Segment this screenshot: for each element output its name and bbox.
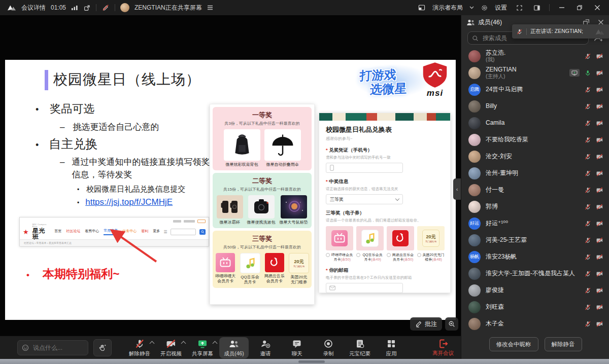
ai-notes-button[interactable]: 元宝纪要 (345, 337, 375, 358)
magnify-button[interactable] (445, 317, 458, 331)
member-row[interactable]: Billy (461, 98, 609, 115)
prize-item-name: 微星便携洗漱包 (247, 220, 276, 225)
prize-tier-title: 三等奖 (215, 234, 309, 243)
member-avatar (468, 50, 481, 62)
quick-chat-input[interactable] (32, 344, 82, 352)
record-button[interactable]: 录制 (314, 337, 343, 358)
camera-off-icon[interactable] (596, 220, 603, 227)
camera-off-icon[interactable] (596, 69, 603, 77)
start-video-button[interactable]: 开启视频 (156, 337, 186, 358)
annotate-button[interactable]: 批注 (410, 317, 442, 331)
member-row[interactable]: 木子金 (461, 315, 609, 332)
camera-off-icon[interactable] (596, 203, 603, 210)
chevron-up-icon[interactable] (150, 341, 155, 346)
mic-muted-icon[interactable] (584, 220, 591, 227)
raise-hand-button[interactable] (93, 339, 112, 356)
camera-off-icon[interactable] (596, 270, 603, 277)
member-name: 好运⁺¹⁰⁰ (486, 220, 579, 227)
member-list: 苏立浩. (我) ZENGTIAN (主持人) (461, 48, 609, 338)
chevron-up-icon[interactable] (213, 341, 218, 346)
close-button[interactable] (592, 2, 603, 13)
prize-select-value: 三等奖 (330, 196, 344, 203)
layout-button[interactable]: 演示者布局 (432, 4, 463, 12)
unmute-mic-button[interactable]: 解除静音 (125, 337, 154, 358)
minimize-button[interactable] (556, 2, 567, 13)
member-row[interactable]: 廖俊捷 (461, 282, 609, 299)
website-brand: 星光班 (32, 228, 51, 240)
members-button[interactable]: 成员(46) (219, 337, 249, 358)
divider (115, 4, 115, 11)
camera-off-icon[interactable] (596, 253, 603, 261)
camera-off-icon[interactable] (596, 237, 603, 244)
mic-muted-icon[interactable] (584, 320, 591, 327)
leave-meeting-button[interactable]: 离开会议 (432, 339, 454, 357)
member-row[interactable]: ZENGTIAN (主持人) (461, 64, 609, 81)
mic-muted-icon[interactable] (584, 203, 591, 210)
maximize-button[interactable] (574, 2, 585, 13)
annotation-disabled-icon[interactable] (101, 4, 110, 12)
member-row[interactable]: 不要给我吃香菜 (461, 131, 609, 148)
share-screen-label: 共享屏幕 (192, 350, 213, 357)
panel-collapse-tab[interactable]: ‹ (453, 178, 461, 200)
mic-muted-icon[interactable] (584, 153, 591, 160)
mic-muted-icon[interactable] (584, 86, 591, 93)
quick-chat-box[interactable] (17, 340, 88, 355)
camera-off-icon[interactable] (596, 187, 603, 194)
member-row[interactable]: 沧州-董坤明 (461, 165, 609, 181)
member-row[interactable]: 沧交-刘安 (461, 148, 609, 165)
mic-muted-icon[interactable] (584, 304, 591, 311)
share-screen-button[interactable]: 共享屏幕 (188, 337, 217, 358)
apps-button[interactable]: 应用 (377, 337, 406, 358)
gift-option-image (326, 226, 353, 250)
camera-off-icon[interactable] (596, 86, 603, 93)
member-row[interactable]: 苏立浩. (我) (461, 48, 609, 64)
camera-off-icon[interactable] (596, 304, 603, 311)
member-row[interactable]: 付一曼 (461, 181, 609, 198)
popout-window-icon[interactable] (83, 4, 91, 12)
record-label: 录制 (323, 350, 334, 357)
invite-button[interactable]: 邀请 (251, 337, 280, 358)
member-avatar (468, 117, 481, 129)
bullet-prizes: 奖品可选 (36, 101, 94, 117)
camera-off-icon[interactable] (596, 53, 603, 60)
member-row[interactable]: 杨帆 淮安23杨帆 (461, 248, 609, 265)
camera-off-icon[interactable] (596, 287, 603, 294)
mic-muted-icon[interactable] (584, 237, 591, 244)
member-row[interactable]: 郭博 (461, 198, 609, 215)
camera-off-icon[interactable] (596, 120, 603, 127)
member-row[interactable]: 淮安大学-王加圆-不愧是我占某人 (461, 265, 609, 282)
member-row[interactable]: 刘旺森 (461, 299, 609, 315)
mic-muted-icon[interactable] (584, 120, 591, 127)
member-name: 廖俊捷 (486, 287, 579, 294)
camera-off-icon[interactable] (596, 153, 603, 160)
member-row[interactable]: 好运 好运⁺¹⁰⁰ (461, 215, 609, 232)
mic-muted-icon[interactable] (584, 287, 591, 294)
mic-muted-icon[interactable] (584, 170, 591, 177)
member-row[interactable]: 河美-25-王艺霖 (461, 232, 609, 248)
mic-muted-icon[interactable] (584, 136, 591, 143)
member-row[interactable]: Camila (461, 115, 609, 131)
member-avatar (468, 151, 481, 163)
meeting-details-button[interactable]: 会议详情 (21, 4, 46, 12)
camera-off-icon[interactable] (596, 136, 603, 143)
chat-button[interactable]: 聊天 (282, 337, 312, 358)
member-row[interactable]: 启腾 24晋中马启腾 (461, 81, 609, 98)
sharing-menu-icon[interactable] (207, 5, 213, 10)
rename-button[interactable]: 修改会中昵称 (489, 337, 538, 351)
camera-off-icon[interactable] (596, 103, 603, 110)
mic-muted-icon[interactable] (584, 270, 591, 277)
mic-muted-icon[interactable] (584, 53, 591, 60)
mic-muted-icon[interactable] (584, 253, 591, 261)
camera-off-icon[interactable] (596, 320, 603, 327)
fullscreen-icon[interactable] (514, 2, 525, 13)
unmute-button[interactable]: 解除静音 (545, 337, 582, 351)
chevron-down-icon[interactable] (469, 6, 474, 9)
mic-on-icon[interactable] (584, 69, 591, 77)
settings-button[interactable]: 设置 (495, 4, 507, 12)
camera-off-icon[interactable] (596, 170, 603, 177)
prize-item-name: 微星大号鼠标垫 (280, 220, 308, 225)
chevron-up-icon[interactable] (181, 341, 186, 346)
mic-muted-icon[interactable] (584, 103, 591, 110)
mic-muted-icon[interactable] (584, 187, 591, 194)
side-panel-toggle-icon[interactable] (531, 2, 543, 13)
